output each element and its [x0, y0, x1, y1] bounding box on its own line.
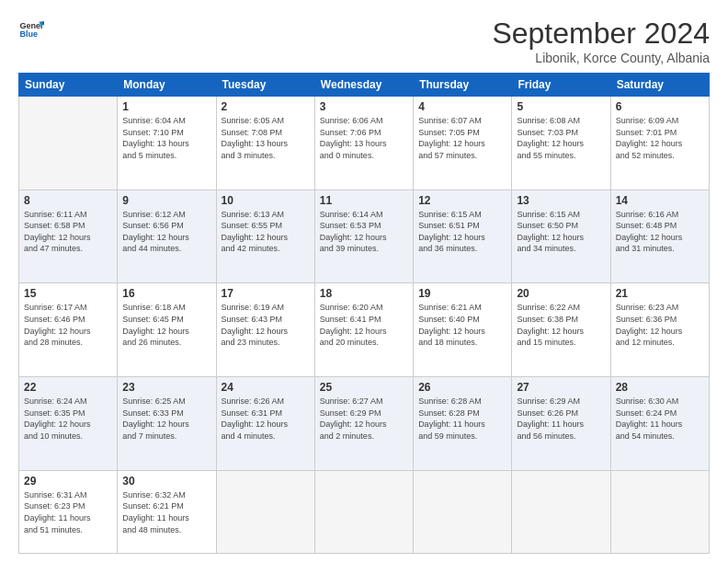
day-info: Sunrise: 6:17 AM Sunset: 6:46 PM Dayligh… — [24, 302, 112, 348]
col-friday: Friday — [512, 74, 610, 97]
subtitle: Libonik, Korce County, Albania — [492, 51, 710, 65]
day-info: Sunrise: 6:04 AM Sunset: 7:10 PM Dayligh… — [122, 115, 210, 161]
table-row — [19, 97, 118, 190]
day-number: 30 — [122, 475, 210, 488]
day-number: 27 — [517, 381, 605, 394]
week-row-1: 1Sunrise: 6:04 AM Sunset: 7:10 PM Daylig… — [19, 97, 710, 190]
col-wednesday: Wednesday — [314, 74, 413, 97]
day-info: Sunrise: 6:19 AM Sunset: 6:43 PM Dayligh… — [222, 302, 310, 348]
day-number: 21 — [616, 287, 704, 300]
table-row — [314, 470, 413, 553]
table-row: 27Sunrise: 6:29 AM Sunset: 6:26 PM Dayli… — [512, 377, 610, 471]
day-info: Sunrise: 6:07 AM Sunset: 7:05 PM Dayligh… — [418, 115, 506, 161]
day-number: 6 — [616, 100, 704, 113]
table-row: 22Sunrise: 6:24 AM Sunset: 6:35 PM Dayli… — [19, 377, 118, 471]
day-number: 25 — [320, 381, 408, 394]
day-number: 22 — [24, 381, 112, 394]
calendar: Sunday Monday Tuesday Wednesday Thursday… — [18, 73, 710, 554]
table-row: 6Sunrise: 6:09 AM Sunset: 7:01 PM Daylig… — [610, 97, 709, 190]
day-info: Sunrise: 6:32 AM Sunset: 6:21 PM Dayligh… — [122, 489, 210, 535]
day-number: 2 — [222, 100, 310, 113]
table-row: 2Sunrise: 6:05 AM Sunset: 7:08 PM Daylig… — [216, 97, 314, 190]
table-row — [216, 470, 314, 553]
day-number: 19 — [418, 287, 506, 300]
day-number: 4 — [418, 100, 506, 113]
day-info: Sunrise: 6:29 AM Sunset: 6:26 PM Dayligh… — [517, 396, 605, 442]
col-monday: Monday — [118, 74, 216, 97]
day-info: Sunrise: 6:08 AM Sunset: 7:03 PM Dayligh… — [517, 115, 605, 161]
day-info: Sunrise: 6:12 AM Sunset: 6:56 PM Dayligh… — [122, 209, 210, 255]
table-row: 18Sunrise: 6:20 AM Sunset: 6:41 PM Dayli… — [314, 283, 413, 377]
week-row-5: 29Sunrise: 6:31 AM Sunset: 6:23 PM Dayli… — [19, 470, 710, 553]
table-row: 5Sunrise: 6:08 AM Sunset: 7:03 PM Daylig… — [512, 97, 610, 190]
table-row: 17Sunrise: 6:19 AM Sunset: 6:43 PM Dayli… — [216, 283, 314, 377]
day-number: 10 — [222, 194, 310, 207]
day-info: Sunrise: 6:15 AM Sunset: 6:50 PM Dayligh… — [517, 209, 605, 255]
table-row: 21Sunrise: 6:23 AM Sunset: 6:36 PM Dayli… — [610, 283, 709, 377]
table-row: 11Sunrise: 6:14 AM Sunset: 6:53 PM Dayli… — [314, 190, 413, 283]
day-info: Sunrise: 6:06 AM Sunset: 7:06 PM Dayligh… — [320, 115, 408, 161]
table-row: 14Sunrise: 6:16 AM Sunset: 6:48 PM Dayli… — [610, 190, 709, 283]
day-number: 20 — [517, 287, 605, 300]
day-number: 28 — [616, 381, 704, 394]
week-row-4: 22Sunrise: 6:24 AM Sunset: 6:35 PM Dayli… — [19, 377, 710, 471]
table-row: 29Sunrise: 6:31 AM Sunset: 6:23 PM Dayli… — [19, 470, 118, 553]
day-info: Sunrise: 6:30 AM Sunset: 6:24 PM Dayligh… — [616, 396, 704, 442]
day-info: Sunrise: 6:23 AM Sunset: 6:36 PM Dayligh… — [616, 302, 704, 348]
col-saturday: Saturday — [610, 74, 709, 97]
table-row: 9Sunrise: 6:12 AM Sunset: 6:56 PM Daylig… — [118, 190, 216, 283]
day-info: Sunrise: 6:13 AM Sunset: 6:55 PM Dayligh… — [222, 209, 310, 255]
table-row — [610, 470, 709, 553]
table-row: 20Sunrise: 6:22 AM Sunset: 6:38 PM Dayli… — [512, 283, 610, 377]
day-number: 16 — [122, 287, 210, 300]
table-row: 24Sunrise: 6:26 AM Sunset: 6:31 PM Dayli… — [216, 377, 314, 471]
day-info: Sunrise: 6:18 AM Sunset: 6:45 PM Dayligh… — [122, 302, 210, 348]
table-row: 15Sunrise: 6:17 AM Sunset: 6:46 PM Dayli… — [19, 283, 118, 377]
day-info: Sunrise: 6:15 AM Sunset: 6:51 PM Dayligh… — [418, 209, 506, 255]
day-number: 1 — [122, 100, 210, 113]
day-info: Sunrise: 6:22 AM Sunset: 6:38 PM Dayligh… — [517, 302, 605, 348]
header-row: Sunday Monday Tuesday Wednesday Thursday… — [19, 74, 710, 97]
day-info: Sunrise: 6:28 AM Sunset: 6:28 PM Dayligh… — [418, 396, 506, 442]
title-block: September 2024 Libonik, Korce County, Al… — [492, 17, 710, 65]
table-row: 23Sunrise: 6:25 AM Sunset: 6:33 PM Dayli… — [118, 377, 216, 471]
day-info: Sunrise: 6:24 AM Sunset: 6:35 PM Dayligh… — [24, 396, 112, 442]
table-row: 4Sunrise: 6:07 AM Sunset: 7:05 PM Daylig… — [414, 97, 512, 190]
table-row: 3Sunrise: 6:06 AM Sunset: 7:06 PM Daylig… — [314, 97, 413, 190]
col-tuesday: Tuesday — [216, 74, 314, 97]
table-row — [414, 470, 512, 553]
day-number: 5 — [517, 100, 605, 113]
page: General Blue September 2024 Libonik, Kor… — [0, 0, 728, 563]
day-number: 15 — [24, 287, 112, 300]
day-number: 26 — [418, 381, 506, 394]
logo-icon: General Blue — [18, 17, 44, 42]
table-row: 19Sunrise: 6:21 AM Sunset: 6:40 PM Dayli… — [414, 283, 512, 377]
day-number: 29 — [24, 475, 112, 488]
day-number: 11 — [320, 194, 408, 207]
table-row: 1Sunrise: 6:04 AM Sunset: 7:10 PM Daylig… — [118, 97, 216, 190]
table-row: 16Sunrise: 6:18 AM Sunset: 6:45 PM Dayli… — [118, 283, 216, 377]
table-row: 8Sunrise: 6:11 AM Sunset: 6:58 PM Daylig… — [19, 190, 118, 283]
day-number: 3 — [320, 100, 408, 113]
svg-text:Blue: Blue — [19, 29, 38, 39]
day-number: 24 — [222, 381, 310, 394]
week-row-2: 8Sunrise: 6:11 AM Sunset: 6:58 PM Daylig… — [19, 190, 710, 283]
table-row: 10Sunrise: 6:13 AM Sunset: 6:55 PM Dayli… — [216, 190, 314, 283]
header: General Blue September 2024 Libonik, Kor… — [18, 17, 710, 65]
table-row: 28Sunrise: 6:30 AM Sunset: 6:24 PM Dayli… — [610, 377, 709, 471]
day-info: Sunrise: 6:16 AM Sunset: 6:48 PM Dayligh… — [616, 209, 704, 255]
day-number: 12 — [418, 194, 506, 207]
day-number: 14 — [616, 194, 704, 207]
day-info: Sunrise: 6:05 AM Sunset: 7:08 PM Dayligh… — [222, 115, 310, 161]
day-info: Sunrise: 6:31 AM Sunset: 6:23 PM Dayligh… — [24, 489, 112, 535]
col-sunday: Sunday — [19, 74, 118, 97]
day-number: 17 — [222, 287, 310, 300]
month-title: September 2024 — [492, 17, 710, 51]
day-info: Sunrise: 6:21 AM Sunset: 6:40 PM Dayligh… — [418, 302, 506, 348]
day-number: 23 — [122, 381, 210, 394]
logo: General Blue — [18, 17, 44, 42]
week-row-3: 15Sunrise: 6:17 AM Sunset: 6:46 PM Dayli… — [19, 283, 710, 377]
col-thursday: Thursday — [414, 74, 512, 97]
table-row — [512, 470, 610, 553]
day-info: Sunrise: 6:20 AM Sunset: 6:41 PM Dayligh… — [320, 302, 408, 348]
